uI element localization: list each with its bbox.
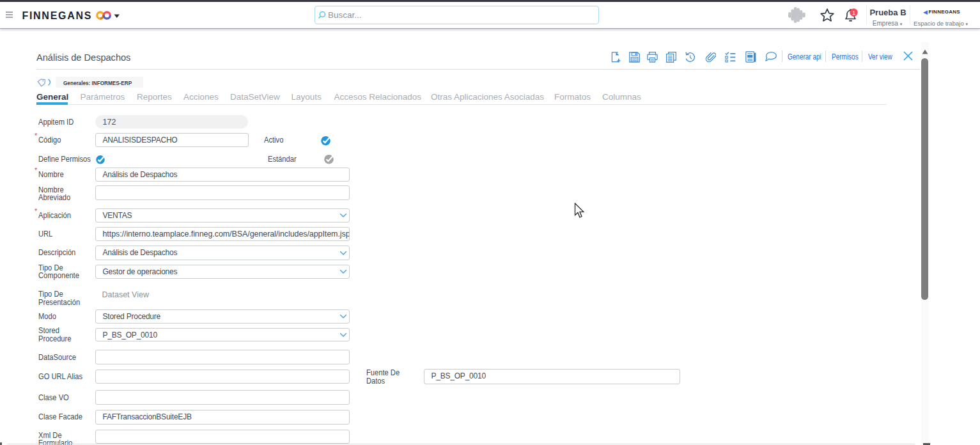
svg-text:1: 1 — [852, 10, 855, 16]
